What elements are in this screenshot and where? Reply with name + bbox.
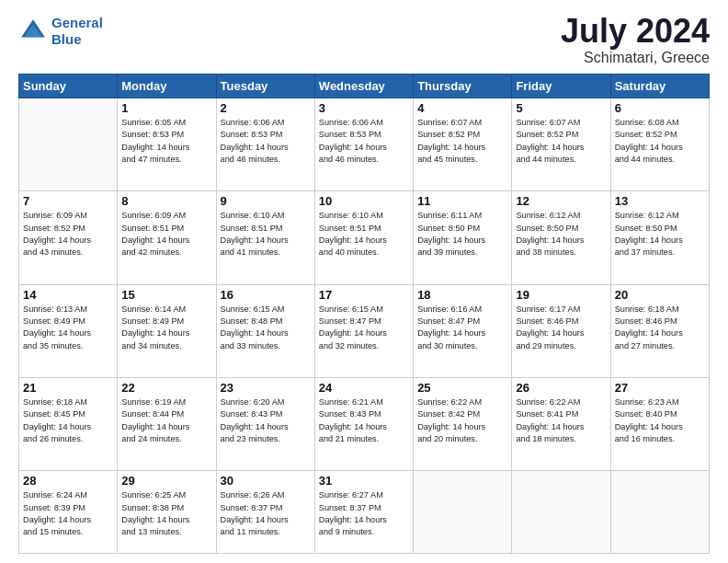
day-number: 24: [319, 381, 409, 395]
calendar-cell: 18Sunrise: 6:16 AMSunset: 8:47 PMDayligh…: [414, 284, 512, 377]
day-number: 9: [221, 194, 311, 208]
day-number: 26: [516, 381, 606, 395]
calendar-cell: [610, 471, 709, 554]
day-number: 2: [221, 101, 311, 115]
day-header-monday: Monday: [118, 75, 216, 98]
day-header-sunday: Sunday: [19, 75, 118, 98]
calendar-cell: 19Sunrise: 6:17 AMSunset: 8:46 PMDayligh…: [512, 284, 610, 377]
day-number: 19: [516, 288, 606, 302]
day-info: Sunrise: 6:20 AMSunset: 8:43 PMDaylight:…: [221, 396, 311, 445]
calendar-cell: 10Sunrise: 6:10 AMSunset: 8:51 PMDayligh…: [314, 191, 413, 284]
logo-line1: General: [51, 15, 103, 30]
day-info: Sunrise: 6:07 AMSunset: 8:52 PMDaylight:…: [516, 117, 606, 166]
calendar-cell: 25Sunrise: 6:22 AMSunset: 8:42 PMDayligh…: [414, 377, 512, 470]
day-info: Sunrise: 6:08 AMSunset: 8:52 PMDaylight:…: [615, 117, 705, 166]
month-year: July 2024: [561, 15, 710, 48]
day-info: Sunrise: 6:26 AMSunset: 8:37 PMDaylight:…: [221, 489, 311, 538]
calendar-cell: 22Sunrise: 6:19 AMSunset: 8:44 PMDayligh…: [118, 377, 216, 470]
calendar-cell: 12Sunrise: 6:12 AMSunset: 8:50 PMDayligh…: [512, 191, 610, 284]
week-row-5: 28Sunrise: 6:24 AMSunset: 8:39 PMDayligh…: [19, 471, 710, 554]
day-number: 13: [615, 194, 705, 208]
day-info: Sunrise: 6:18 AMSunset: 8:46 PMDaylight:…: [615, 304, 705, 352]
day-info: Sunrise: 6:15 AMSunset: 8:48 PMDaylight:…: [221, 304, 311, 352]
week-row-4: 21Sunrise: 6:18 AMSunset: 8:45 PMDayligh…: [19, 377, 710, 470]
day-info: Sunrise: 6:07 AMSunset: 8:52 PMDaylight:…: [417, 117, 507, 166]
day-info: Sunrise: 6:06 AMSunset: 8:53 PMDaylight:…: [319, 117, 409, 166]
day-info: Sunrise: 6:10 AMSunset: 8:51 PMDaylight:…: [221, 210, 311, 259]
day-number: 17: [319, 288, 409, 302]
week-row-2: 7Sunrise: 6:09 AMSunset: 8:52 PMDaylight…: [19, 191, 710, 284]
calendar-cell: [512, 471, 610, 554]
calendar-cell: [414, 471, 512, 554]
week-row-1: 1Sunrise: 6:05 AMSunset: 8:53 PMDaylight…: [19, 98, 710, 191]
day-number: 25: [417, 381, 507, 395]
day-info: Sunrise: 6:18 AMSunset: 8:45 PMDaylight:…: [23, 396, 113, 445]
calendar-cell: 21Sunrise: 6:18 AMSunset: 8:45 PMDayligh…: [19, 377, 118, 470]
day-number: 30: [221, 474, 311, 488]
day-number: 10: [319, 194, 409, 208]
day-info: Sunrise: 6:17 AMSunset: 8:46 PMDaylight:…: [516, 304, 606, 352]
day-info: Sunrise: 6:09 AMSunset: 8:52 PMDaylight:…: [23, 210, 113, 259]
calendar-cell: 4Sunrise: 6:07 AMSunset: 8:52 PMDaylight…: [414, 98, 512, 191]
calendar-cell: 5Sunrise: 6:07 AMSunset: 8:52 PMDaylight…: [512, 98, 610, 191]
day-number: 5: [516, 101, 606, 115]
calendar-cell: 7Sunrise: 6:09 AMSunset: 8:52 PMDaylight…: [19, 191, 118, 284]
day-number: 11: [417, 194, 507, 208]
day-number: 18: [417, 288, 507, 302]
day-info: Sunrise: 6:22 AMSunset: 8:41 PMDaylight:…: [516, 396, 606, 445]
day-info: Sunrise: 6:19 AMSunset: 8:44 PMDaylight:…: [121, 396, 211, 445]
calendar-cell: 28Sunrise: 6:24 AMSunset: 8:39 PMDayligh…: [19, 471, 118, 554]
day-info: Sunrise: 6:22 AMSunset: 8:42 PMDaylight:…: [417, 396, 507, 445]
week-row-3: 14Sunrise: 6:13 AMSunset: 8:49 PMDayligh…: [19, 284, 710, 377]
logo-text: General Blue: [51, 15, 103, 48]
logo: General Blue: [18, 15, 103, 48]
day-number: 1: [121, 101, 211, 115]
day-number: 28: [23, 474, 113, 488]
calendar-cell: 31Sunrise: 6:27 AMSunset: 8:37 PMDayligh…: [314, 471, 413, 554]
calendar-cell: 8Sunrise: 6:09 AMSunset: 8:51 PMDaylight…: [118, 191, 216, 284]
calendar-cell: 16Sunrise: 6:15 AMSunset: 8:48 PMDayligh…: [216, 284, 314, 377]
calendar-table: SundayMondayTuesdayWednesdayThursdayFrid…: [18, 74, 710, 554]
day-number: 31: [319, 474, 409, 488]
calendar-cell: 9Sunrise: 6:10 AMSunset: 8:51 PMDaylight…: [216, 191, 314, 284]
calendar-cell: 2Sunrise: 6:06 AMSunset: 8:53 PMDaylight…: [216, 98, 314, 191]
calendar-cell: 24Sunrise: 6:21 AMSunset: 8:43 PMDayligh…: [314, 377, 413, 470]
day-number: 6: [615, 101, 705, 115]
day-number: 23: [221, 381, 311, 395]
day-info: Sunrise: 6:25 AMSunset: 8:38 PMDaylight:…: [121, 489, 211, 538]
day-number: 16: [221, 288, 311, 302]
day-number: 8: [121, 194, 211, 208]
day-info: Sunrise: 6:06 AMSunset: 8:53 PMDaylight:…: [221, 117, 311, 166]
logo-icon: [18, 17, 48, 46]
day-header-saturday: Saturday: [610, 75, 709, 98]
calendar-cell: [19, 98, 118, 191]
calendar-header-row: SundayMondayTuesdayWednesdayThursdayFrid…: [19, 75, 710, 98]
calendar-cell: 29Sunrise: 6:25 AMSunset: 8:38 PMDayligh…: [118, 471, 216, 554]
day-number: 20: [615, 288, 705, 302]
day-info: Sunrise: 6:12 AMSunset: 8:50 PMDaylight:…: [516, 210, 606, 259]
calendar-cell: 20Sunrise: 6:18 AMSunset: 8:46 PMDayligh…: [610, 284, 709, 377]
logo-line2: Blue: [51, 31, 82, 47]
calendar-cell: 1Sunrise: 6:05 AMSunset: 8:53 PMDaylight…: [118, 98, 216, 191]
day-number: 12: [516, 194, 606, 208]
calendar-cell: 3Sunrise: 6:06 AMSunset: 8:53 PMDaylight…: [314, 98, 413, 191]
day-number: 21: [23, 381, 113, 395]
day-info: Sunrise: 6:16 AMSunset: 8:47 PMDaylight:…: [417, 304, 507, 352]
day-info: Sunrise: 6:13 AMSunset: 8:49 PMDaylight:…: [23, 304, 113, 352]
day-number: 4: [417, 101, 507, 115]
page: General Blue July 2024 Schimatari, Greec…: [0, 0, 728, 563]
title-section: July 2024 Schimatari, Greece: [561, 15, 710, 66]
day-number: 29: [121, 474, 211, 488]
day-header-friday: Friday: [512, 75, 610, 98]
day-info: Sunrise: 6:14 AMSunset: 8:49 PMDaylight:…: [121, 304, 211, 352]
day-info: Sunrise: 6:27 AMSunset: 8:37 PMDaylight:…: [319, 489, 409, 538]
day-header-thursday: Thursday: [414, 75, 512, 98]
day-header-tuesday: Tuesday: [216, 75, 314, 98]
day-info: Sunrise: 6:21 AMSunset: 8:43 PMDaylight:…: [319, 396, 409, 445]
calendar-cell: 30Sunrise: 6:26 AMSunset: 8:37 PMDayligh…: [216, 471, 314, 554]
day-info: Sunrise: 6:09 AMSunset: 8:51 PMDaylight:…: [121, 210, 211, 259]
day-header-wednesday: Wednesday: [314, 75, 413, 98]
calendar-cell: 26Sunrise: 6:22 AMSunset: 8:41 PMDayligh…: [512, 377, 610, 470]
day-info: Sunrise: 6:10 AMSunset: 8:51 PMDaylight:…: [319, 210, 409, 259]
day-info: Sunrise: 6:11 AMSunset: 8:50 PMDaylight:…: [417, 210, 507, 259]
